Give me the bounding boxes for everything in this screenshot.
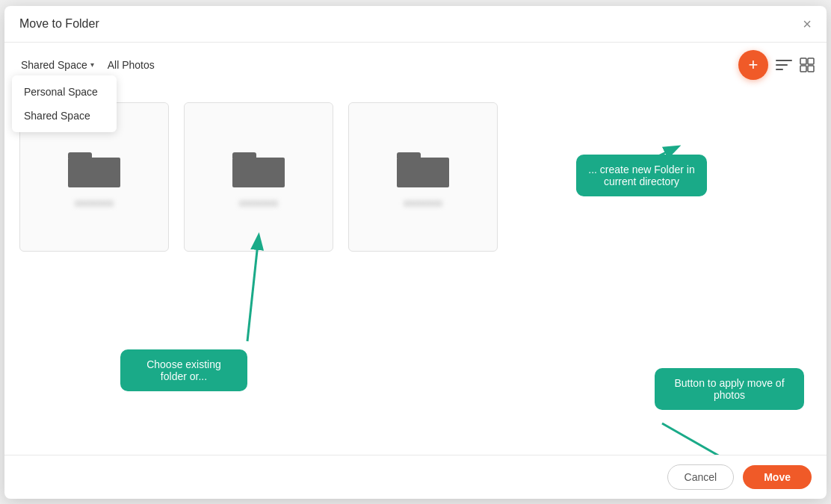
svg-line-10 bbox=[662, 423, 767, 455]
annotation-folder-tooltip: Choose existing folder or... bbox=[120, 349, 247, 391]
dialog-title: Move to Folder bbox=[19, 17, 99, 31]
chevron-down-icon: ▾ bbox=[90, 60, 94, 69]
dropdown-item-shared[interactable]: Shared Space bbox=[12, 104, 117, 128]
svg-rect-4 bbox=[808, 58, 814, 64]
dialog-content: xxxxxxxx xxxxxxxx xxxxxxxx bbox=[4, 87, 827, 455]
dropdown-item-personal[interactable]: Personal Space bbox=[12, 80, 117, 104]
svg-rect-5 bbox=[800, 66, 806, 72]
view-toggle-button[interactable] bbox=[800, 57, 815, 72]
space-dropdown-menu: Personal Space Shared Space bbox=[12, 75, 117, 132]
svg-rect-6 bbox=[808, 66, 814, 72]
space-selector-label: Shared Space bbox=[21, 59, 87, 71]
space-selector-button[interactable]: Shared Space ▾ bbox=[16, 56, 99, 74]
sort-icon bbox=[776, 58, 792, 72]
folder-icon-3 bbox=[397, 145, 449, 188]
folder-card-3[interactable]: xxxxxxxx bbox=[348, 102, 498, 252]
dialog-toolbar: Shared Space ▾ Personal Space Shared Spa… bbox=[4, 43, 827, 87]
folder-icon-2 bbox=[232, 145, 285, 188]
svg-rect-2 bbox=[776, 69, 783, 70]
all-photos-button[interactable]: All Photos bbox=[108, 59, 155, 71]
move-button[interactable]: Move bbox=[743, 465, 812, 489]
dialog-footer: Cancel Move bbox=[4, 455, 827, 499]
view-icon bbox=[800, 57, 815, 72]
svg-line-8 bbox=[247, 237, 259, 341]
dialog-header: Move to Folder × bbox=[4, 6, 827, 43]
folder-name-3: xxxxxxxx bbox=[404, 197, 442, 208]
add-folder-button[interactable]: + bbox=[738, 50, 768, 80]
svg-rect-1 bbox=[776, 64, 788, 66]
folder-name-1: xxxxxxxx bbox=[75, 197, 114, 208]
folders-grid: xxxxxxxx xxxxxxxx xxxxxxxx bbox=[19, 102, 812, 252]
sort-button[interactable] bbox=[776, 58, 792, 72]
annotation-move-tooltip: Button to apply move of photos bbox=[655, 368, 804, 410]
folder-icon-1 bbox=[68, 145, 120, 188]
cancel-button[interactable]: Cancel bbox=[667, 464, 735, 490]
folder-name-2: xxxxxxxx bbox=[239, 197, 278, 208]
svg-rect-3 bbox=[800, 58, 806, 64]
close-button[interactable]: × bbox=[803, 16, 812, 31]
svg-rect-0 bbox=[776, 60, 792, 61]
move-to-folder-dialog: Move to Folder × Shared Space ▾ Personal… bbox=[4, 6, 827, 499]
folder-card-2[interactable]: xxxxxxxx bbox=[184, 102, 333, 252]
toolbar-right: + bbox=[738, 50, 815, 80]
